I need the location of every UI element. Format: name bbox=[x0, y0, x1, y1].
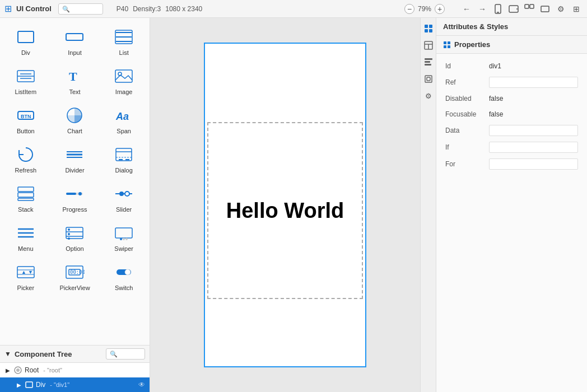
svg-rect-5 bbox=[530, 4, 534, 8]
tree-row-root[interactable]: ▶ Root - "root" bbox=[0, 363, 150, 377]
right-panel: Attributes & Styles Properties Id div1 R… bbox=[436, 18, 587, 392]
picker-icon: ▲▼ bbox=[16, 262, 36, 282]
text-icon: T bbox=[64, 66, 85, 86]
redo-button[interactable]: → bbox=[476, 3, 488, 15]
rect-tool-button[interactable] bbox=[539, 3, 551, 15]
style-tab-icon[interactable] bbox=[422, 56, 435, 68]
component-slider[interactable]: Slider bbox=[100, 179, 147, 216]
svg-point-54 bbox=[125, 238, 128, 240]
component-search-input[interactable] bbox=[58, 3, 103, 15]
prop-if-input[interactable] bbox=[489, 142, 578, 153]
gear-button[interactable]: ⚙ bbox=[555, 3, 567, 15]
properties-tab-icon[interactable] bbox=[422, 22, 435, 35]
component-switch[interactable]: Switch bbox=[100, 258, 147, 295]
tree-title: Component Tree bbox=[15, 350, 72, 358]
component-progress-label: Progress bbox=[62, 206, 87, 213]
svg-rect-68 bbox=[425, 25, 428, 28]
root-expand-icon[interactable]: ▶ bbox=[4, 367, 11, 374]
prop-focusable-label: Focusable bbox=[445, 110, 484, 118]
tree-collapse-icon[interactable]: ▼ bbox=[4, 350, 11, 358]
prop-id-value: div1 bbox=[489, 62, 578, 70]
component-progress[interactable]: Progress bbox=[52, 179, 99, 216]
box-tab-icon[interactable] bbox=[422, 73, 435, 85]
svg-rect-6 bbox=[541, 6, 549, 12]
svg-point-48 bbox=[68, 228, 70, 231]
svg-rect-70 bbox=[425, 29, 428, 32]
svg-point-3 bbox=[516, 8, 518, 10]
tree-header: ▼ Component Tree bbox=[0, 345, 150, 363]
top-bar: ⊞ UI Control P40 Density:3 1080 x 2340 −… bbox=[0, 0, 587, 18]
component-text[interactable]: T Text bbox=[52, 62, 99, 99]
grid-button[interactable]: ⊞ bbox=[570, 3, 583, 15]
properties-tab-label[interactable]: Properties bbox=[454, 40, 490, 49]
component-listitem-label: ListItem bbox=[15, 88, 37, 95]
component-span[interactable]: Aa Span bbox=[100, 101, 147, 138]
component-div[interactable]: Div bbox=[2, 22, 49, 59]
prop-row-id: Id div1 bbox=[436, 58, 587, 74]
component-dialog[interactable]: Dialog bbox=[100, 140, 147, 177]
svg-rect-80 bbox=[444, 41, 446, 44]
tree-search-input[interactable] bbox=[106, 348, 145, 360]
image-icon bbox=[114, 66, 134, 86]
zoom-out-button[interactable]: − bbox=[404, 4, 414, 14]
root-node-id: - "root" bbox=[43, 367, 62, 374]
multi-window-button[interactable] bbox=[523, 3, 535, 15]
component-image[interactable]: Image bbox=[100, 62, 147, 99]
switch-icon bbox=[114, 262, 134, 282]
svg-rect-67 bbox=[26, 382, 32, 388]
tree-row-div[interactable]: ▶ Div - "div1" 👁 bbox=[0, 377, 150, 392]
svg-text:Aa: Aa bbox=[115, 111, 129, 122]
component-swiper[interactable]: Swiper bbox=[100, 218, 147, 255]
zoom-in-button[interactable]: + bbox=[435, 4, 445, 14]
svg-point-64 bbox=[125, 269, 131, 275]
svg-rect-77 bbox=[425, 64, 431, 66]
stack-icon bbox=[16, 184, 36, 204]
prop-ref-input[interactable] bbox=[489, 77, 578, 88]
layout-tab-icon[interactable] bbox=[422, 39, 435, 52]
svg-point-66 bbox=[16, 368, 20, 372]
prop-disabled-value: false bbox=[489, 95, 578, 102]
svg-rect-8 bbox=[66, 34, 83, 40]
svg-point-41 bbox=[125, 192, 129, 196]
component-pickerview[interactable]: 00:00 PickerView bbox=[52, 258, 99, 295]
component-button[interactable]: BTN Button bbox=[2, 101, 49, 138]
component-div-label: Div bbox=[21, 49, 30, 56]
component-menu[interactable]: Menu bbox=[2, 218, 49, 255]
gear-tab-icon[interactable]: ⚙ bbox=[422, 90, 435, 102]
div-node-icon bbox=[25, 380, 34, 389]
svg-text:T: T bbox=[69, 69, 77, 83]
component-divider[interactable]: Divider bbox=[52, 140, 99, 177]
component-listitem[interactable]: ListItem bbox=[2, 62, 49, 99]
side-icons: ⚙ bbox=[420, 18, 436, 392]
component-list[interactable]: List bbox=[100, 22, 147, 59]
component-option[interactable]: Option bbox=[52, 218, 99, 255]
component-button-label: Button bbox=[17, 128, 35, 134]
pickerview-icon: 00:00 bbox=[64, 262, 85, 282]
tablet-view-button[interactable] bbox=[507, 3, 520, 15]
component-pickerview-label: PickerView bbox=[59, 284, 90, 291]
prop-data-input[interactable] bbox=[489, 125, 578, 136]
svg-point-38 bbox=[78, 192, 82, 195]
component-refresh[interactable]: Refresh bbox=[2, 140, 49, 177]
component-refresh-label: Refresh bbox=[15, 167, 37, 174]
prop-row-if: If bbox=[436, 139, 587, 156]
svg-text:▼: ▼ bbox=[28, 269, 33, 275]
svg-text:▲: ▲ bbox=[21, 269, 26, 275]
component-picker-label: Picker bbox=[17, 284, 35, 291]
svg-rect-37 bbox=[66, 193, 76, 195]
svg-point-52 bbox=[120, 238, 122, 240]
component-menu-label: Menu bbox=[18, 245, 34, 252]
undo-button[interactable]: ← bbox=[460, 3, 473, 15]
div-node-label: Div bbox=[36, 381, 45, 389]
component-picker[interactable]: ▲▼ Picker bbox=[2, 258, 49, 295]
component-input[interactable]: Input bbox=[52, 22, 99, 59]
mobile-view-button[interactable] bbox=[492, 3, 504, 15]
component-chart[interactable]: Chart bbox=[52, 101, 99, 138]
hello-world-text: Hello World bbox=[226, 199, 344, 223]
component-stack[interactable]: Stack bbox=[2, 179, 49, 216]
div-icon bbox=[16, 27, 36, 47]
div-expand-icon[interactable]: ▶ bbox=[16, 381, 22, 388]
div-visibility-icon[interactable]: 👁 bbox=[138, 381, 145, 389]
root-node-label: Root bbox=[25, 366, 39, 374]
prop-for-input[interactable] bbox=[489, 158, 578, 170]
